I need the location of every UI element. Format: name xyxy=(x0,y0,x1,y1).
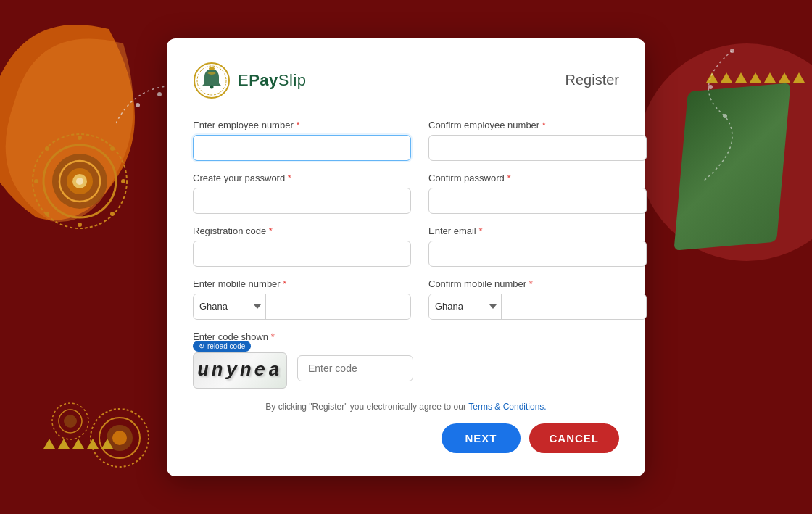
svg-point-26 xyxy=(708,85,713,89)
app-logo-icon xyxy=(193,62,231,99)
svg-point-17 xyxy=(107,425,133,451)
captcha-image-wrapper: ↻ reload code unynea xyxy=(193,348,287,389)
register-modal: EPaySlip Register Enter employee number … xyxy=(167,38,645,476)
svg-point-6 xyxy=(76,178,83,185)
confirm-employee-number-label: Confirm employee number * xyxy=(428,120,647,130)
captcha-label: Enter code shown * xyxy=(193,331,619,342)
confirm-password-group: Confirm password * xyxy=(428,173,647,214)
svg-point-1 xyxy=(44,145,116,217)
logo-area: EPaySlip xyxy=(193,62,307,99)
mobile-phone-row: Ghana Nigeria Kenya South Africa xyxy=(193,294,411,320)
svg-point-11 xyxy=(45,146,49,151)
create-password-group: Create your password * xyxy=(193,173,411,214)
mobile-number-group: Enter mobile number * Ghana Nigeria Keny… xyxy=(193,278,411,320)
email-group: Enter email * xyxy=(428,225,647,267)
svg-point-27 xyxy=(723,114,727,118)
confirm-password-input[interactable] xyxy=(428,188,647,214)
confirm-employee-number-group: Confirm employee number * xyxy=(428,120,647,161)
svg-point-4 xyxy=(67,168,93,194)
confirm-mobile-group: Confirm mobile number * Ghana Nigeria Ke… xyxy=(428,278,647,320)
captcha-row: ↻ reload code unynea xyxy=(193,348,619,389)
email-input[interactable] xyxy=(428,241,647,267)
confirm-employee-number-input[interactable] xyxy=(428,135,647,161)
captcha-input[interactable] xyxy=(297,355,413,381)
mobile-number-label: Enter mobile number * xyxy=(193,278,411,289)
svg-point-16 xyxy=(99,418,140,458)
reload-code-label: reload code xyxy=(207,342,245,350)
reload-icon: ↻ xyxy=(199,342,204,350)
svg-point-5 xyxy=(72,174,87,188)
bg-triangles-left xyxy=(44,439,113,449)
svg-rect-31 xyxy=(209,67,215,70)
svg-point-21 xyxy=(64,415,77,428)
bg-green-right xyxy=(674,83,790,250)
svg-point-13 xyxy=(45,212,49,216)
bg-mandala-left xyxy=(29,130,130,232)
bg-triangles-right xyxy=(706,72,805,83)
cancel-button[interactable]: CANCEL xyxy=(529,423,620,453)
confirm-password-label: Confirm password * xyxy=(428,173,647,183)
create-password-input[interactable] xyxy=(193,188,411,214)
register-form: Enter employee number * Confirm employee… xyxy=(193,120,619,320)
svg-point-23 xyxy=(157,92,162,96)
dotted-line-right xyxy=(674,43,747,188)
svg-point-2 xyxy=(52,154,107,209)
reload-code-button[interactable]: ↻ reload code xyxy=(193,341,251,352)
bg-circle-small-2 xyxy=(51,402,91,442)
svg-point-25 xyxy=(730,49,734,53)
confirm-mobile-phone-row: Ghana Nigeria Kenya South Africa xyxy=(428,294,647,320)
svg-point-30 xyxy=(210,85,214,88)
bg-circle-small-1 xyxy=(87,405,152,471)
modal-header: EPaySlip Register xyxy=(193,62,619,99)
captcha-section: Enter code shown * ↻ reload code unynea xyxy=(193,331,619,389)
bg-wave-left xyxy=(0,22,145,225)
confirm-mobile-label: Confirm mobile number * xyxy=(428,278,647,289)
svg-point-12 xyxy=(110,146,115,151)
svg-point-20 xyxy=(59,410,82,433)
terms-link[interactable]: Terms & Conditions. xyxy=(468,402,546,412)
captcha-image: unynea xyxy=(193,352,287,389)
registration-code-input[interactable] xyxy=(193,241,411,267)
svg-point-8 xyxy=(78,223,82,227)
agreement-text: By clicking "Register" you electronicall… xyxy=(193,402,619,412)
bg-circle-right xyxy=(638,43,812,261)
svg-point-24 xyxy=(136,103,140,107)
mobile-number-input[interactable] xyxy=(266,294,410,319)
registration-code-label: Registration code * xyxy=(193,225,411,236)
registration-code-group: Registration code * xyxy=(193,225,411,267)
mobile-country-select[interactable]: Ghana Nigeria Kenya South Africa xyxy=(194,294,266,319)
svg-point-15 xyxy=(91,409,149,467)
email-label: Enter email * xyxy=(428,225,647,236)
employee-number-group: Enter employee number * xyxy=(193,120,411,161)
create-password-label: Create your password * xyxy=(193,173,411,183)
app-name: EPaySlip xyxy=(238,71,307,90)
confirm-mobile-number-input[interactable] xyxy=(502,294,646,319)
action-buttons: NEXT CANCEL xyxy=(193,423,619,453)
svg-point-18 xyxy=(112,431,127,445)
next-button[interactable]: NEXT xyxy=(442,423,520,453)
confirm-mobile-country-select[interactable]: Ghana Nigeria Kenya South Africa xyxy=(429,294,502,319)
employee-number-label: Enter employee number * xyxy=(193,120,411,130)
svg-point-9 xyxy=(34,179,38,183)
svg-point-19 xyxy=(52,403,88,439)
modal-title: Register xyxy=(566,72,619,88)
employee-number-input[interactable] xyxy=(193,135,411,161)
svg-point-10 xyxy=(121,179,125,183)
svg-point-0 xyxy=(33,134,127,228)
svg-point-14 xyxy=(110,212,115,216)
svg-point-3 xyxy=(59,161,100,202)
svg-point-7 xyxy=(78,136,82,140)
